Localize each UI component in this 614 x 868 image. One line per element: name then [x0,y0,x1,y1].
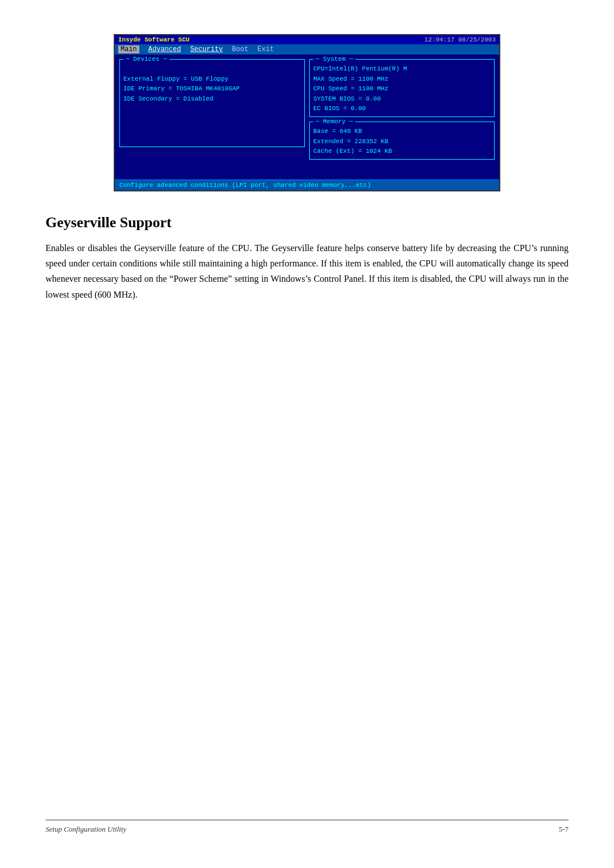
bios-content-area: ─ Devices ─ External Floppy = USB Floppy… [115,55,499,180]
bios-menu-advanced[interactable]: Advanced [148,45,181,53]
bios-device-spacer [123,104,301,114]
bios-system-line-5: EC BIOS = 0.00 [313,104,491,114]
bios-title-left: Insyde Software SCU [118,36,189,43]
bios-right-panel: ─ System ─ CPU=Intel(R) Pentium(R) M MAX… [309,59,495,175]
bios-menu-boot[interactable]: Boot [232,45,248,53]
bios-menu-security[interactable]: Security [190,45,223,53]
bios-device-line-3: IDE Primary = TOSHIBA MK4018GAP [123,84,301,94]
bios-screenshot: Insyde Software SCU 12:04:17 08/25/2003 … [114,34,500,191]
bios-system-line-1: CPU=Intel(R) Pentium(R) M [313,64,491,74]
bios-system-section: ─ System ─ CPU=Intel(R) Pentium(R) M MAX… [309,59,495,117]
bios-devices-content: External Floppy = USB Floppy IDE Primary… [123,64,301,144]
bios-memory-line-1: Base = 640 KB [313,127,491,137]
bios-memory-section: ─ Memory ─ Base = 640 KB Extended = 2283… [309,122,495,160]
bios-status-text: Configure advanced conditions (LPI port,… [119,182,371,189]
bios-devices-title: ─ Devices ─ [123,56,169,62]
bios-device-spacer2 [123,114,301,124]
bios-system-title: ─ System ─ [313,56,355,62]
bios-memory-content: Base = 640 KB Extended = 228352 KB Cache… [313,127,491,157]
bios-system-line-4: SYSTEM BIOS = 0.00 [313,94,491,105]
bios-device-spacer3 [123,124,301,135]
bios-menu-bar[interactable]: Main Advanced Security Boot Exit [115,44,499,55]
bios-system-line-3: CPU Speed = 1100 MHz [313,84,491,94]
bios-devices-section: ─ Devices ─ External Floppy = USB Floppy… [119,59,305,147]
bios-menu-exit[interactable]: Exit [258,45,274,53]
bios-system-content: CPU=Intel(R) Pentium(R) M MAX Speed = 11… [313,64,491,114]
page-footer: Setup Configuration Utility 5-7 [45,820,569,834]
bios-title-bar: Insyde Software SCU 12:04:17 08/25/2003 [115,35,499,44]
page-container: Insyde Software SCU 12:04:17 08/25/2003 … [0,0,614,868]
bios-device-line-2: External Floppy = USB Floppy [123,74,301,85]
bios-menu-main[interactable]: Main [118,45,139,53]
bios-title-right: 12:04:17 08/25/2003 [425,36,496,43]
bios-memory-line-2: Extended = 228352 KB [313,137,491,147]
body-text: Enables or disables the Geyserville feat… [45,240,569,302]
footer-left-text: Setup Configuration Utility [45,825,126,834]
bios-left-panel: ─ Devices ─ External Floppy = USB Floppy… [119,59,305,175]
bios-memory-title: ─ Memory ─ [313,118,355,125]
bios-system-line-2: MAX Speed = 1100 MHz [313,74,491,85]
bios-device-spacer4 [123,134,301,144]
bios-device-line-4: IDE Secondary = Disabled [123,94,301,105]
section-heading: Geyserville Support [45,214,569,231]
bios-status-bar: Configure advanced conditions (LPI port,… [115,180,499,190]
footer-page-number: 5-7 [559,825,569,834]
bios-device-line-1 [123,64,301,74]
bios-memory-line-3: Cache (Ext) = 1024 KB [313,147,491,157]
